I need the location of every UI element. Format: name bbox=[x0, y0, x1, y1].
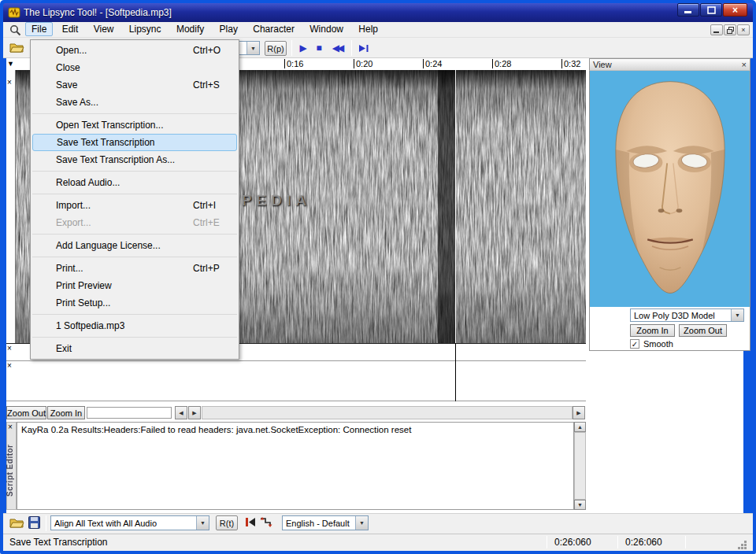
word-track-close-icon[interactable]: × bbox=[7, 362, 16, 370]
model-select[interactable]: Low Poly D3D Model ▼ bbox=[630, 308, 744, 322]
track-gutter bbox=[6, 70, 16, 343]
scroll-right-end-button[interactable]: ▶ bbox=[573, 406, 585, 419]
play-selection-icon bbox=[358, 43, 370, 54]
mdi-minimize-button[interactable] bbox=[710, 24, 723, 35]
resize-grip[interactable] bbox=[737, 540, 747, 550]
mdi-restore-button[interactable] bbox=[724, 24, 736, 35]
close-button[interactable]: × bbox=[723, 3, 747, 17]
ruler-tick: 0:24 bbox=[423, 59, 442, 68]
step-align-button[interactable] bbox=[260, 516, 273, 530]
menu-item-reload-audio[interactable]: Reload Audio... bbox=[31, 174, 239, 191]
phoneme-track-close-icon[interactable]: × bbox=[7, 345, 16, 353]
menu-item-open[interactable]: Open...Ctrl+O bbox=[31, 42, 239, 59]
menu-separator bbox=[32, 314, 237, 315]
horizontal-scrollbar-track[interactable] bbox=[202, 406, 573, 419]
face-viewport[interactable] bbox=[590, 71, 750, 307]
spectrogram-track-close-icon[interactable]: × bbox=[7, 79, 16, 87]
step-align-icon bbox=[260, 516, 273, 528]
minimize-icon bbox=[684, 6, 692, 13]
view-zoom-out-button[interactable]: Zoom Out bbox=[679, 324, 727, 337]
save-transcription-icon[interactable] bbox=[28, 516, 40, 529]
align-select[interactable]: Align All Text with All Audio ▼ bbox=[50, 515, 209, 530]
play-button[interactable]: ▶ bbox=[296, 40, 310, 56]
rp-button[interactable]: R(p) bbox=[265, 41, 287, 56]
scroll-right-icon: ▶ bbox=[192, 410, 196, 416]
scroll-right-button[interactable]: ▶ bbox=[188, 406, 201, 419]
zoom-scroll-thumb[interactable] bbox=[87, 407, 172, 419]
script-scroll-down-button[interactable]: ▼ bbox=[574, 500, 586, 510]
stop-icon: ■ bbox=[316, 42, 321, 54]
menu-item-exit[interactable]: Exit bbox=[31, 340, 239, 357]
language-select[interactable]: English - Default ▼ bbox=[282, 515, 369, 530]
rt-button[interactable]: R(t) bbox=[216, 515, 238, 530]
open-file-icon[interactable] bbox=[9, 42, 24, 54]
seek-start-button[interactable] bbox=[244, 516, 257, 530]
menu-item-save-as[interactable]: Save As... bbox=[31, 94, 239, 111]
menu-lipsync[interactable]: Lipsync bbox=[123, 22, 168, 36]
play-icon: ▶ bbox=[299, 42, 306, 54]
menu-character[interactable]: Character bbox=[246, 22, 301, 36]
status-separator bbox=[685, 536, 686, 548]
ruler-tick: 0:16 bbox=[284, 59, 303, 68]
menu-item-import[interactable]: Import...Ctrl+I bbox=[31, 197, 239, 214]
menu-item-open-text-transcription[interactable]: Open Text Transcription... bbox=[31, 116, 239, 134]
view-zoom-in-button[interactable]: Zoom In bbox=[630, 324, 675, 337]
menu-modify[interactable]: Modify bbox=[170, 22, 210, 36]
playback-cursor[interactable] bbox=[455, 70, 456, 343]
script-scrollbar-track[interactable] bbox=[574, 432, 586, 500]
word-track[interactable] bbox=[6, 360, 586, 401]
menu-play[interactable]: Play bbox=[213, 22, 244, 36]
menu-item-recent-file-1[interactable]: 1 Softpedia.mp3 bbox=[31, 317, 239, 334]
menu-item-save-text-transcription-as[interactable]: Save Text Transcription As... bbox=[31, 151, 239, 168]
toolbar-separator bbox=[291, 40, 292, 56]
playback-cursor-lower[interactable] bbox=[455, 343, 456, 401]
model-select-value: Low Poly D3D Model bbox=[631, 311, 731, 320]
minimize-button[interactable] bbox=[677, 3, 699, 17]
track-marker-icon[interactable]: ▼ bbox=[7, 60, 14, 68]
view-panel-close-icon[interactable]: × bbox=[742, 60, 747, 69]
close-icon: × bbox=[732, 5, 738, 16]
menu-item-print[interactable]: Print...Ctrl+P bbox=[31, 260, 239, 277]
script-editor-text[interactable]: KayRa 0.2a Results:Headers:Failed to rea… bbox=[17, 422, 574, 510]
script-editor-close-icon[interactable]: × bbox=[8, 423, 13, 431]
menu-item-add-language-license[interactable]: Add Language License... bbox=[31, 237, 239, 254]
script-scroll-up-button[interactable]: ▲ bbox=[574, 422, 586, 432]
menu-separator bbox=[32, 113, 237, 114]
zoom-out-button[interactable]: Zoom Out bbox=[6, 406, 46, 419]
mdi-restore-icon bbox=[727, 27, 734, 34]
stop-button[interactable]: ■ bbox=[313, 40, 325, 56]
maximize-button[interactable] bbox=[700, 3, 722, 17]
align-select-arrow-icon[interactable]: ▼ bbox=[196, 516, 209, 530]
language-select-arrow-icon[interactable]: ▼ bbox=[355, 516, 368, 530]
mdi-close-icon: × bbox=[741, 26, 745, 34]
scroll-down-icon: ▼ bbox=[577, 502, 583, 508]
menu-item-close[interactable]: Close bbox=[31, 59, 239, 76]
smooth-checkbox[interactable]: ✓ bbox=[630, 339, 639, 349]
menu-file[interactable]: File bbox=[25, 22, 53, 36]
play-selection-button[interactable] bbox=[356, 40, 372, 56]
view-panel-header[interactable]: View × bbox=[589, 58, 750, 71]
smooth-label: Smooth bbox=[643, 339, 673, 349]
zoom-in-button[interactable]: Zoom In bbox=[47, 406, 85, 419]
menu-window[interactable]: Window bbox=[303, 22, 350, 36]
menu-item-export: Export...Ctrl+E bbox=[31, 214, 239, 231]
toolbar-combo-arrow-icon[interactable]: ▼ bbox=[246, 42, 259, 54]
mdi-close-button[interactable]: × bbox=[737, 24, 750, 35]
menu-help[interactable]: Help bbox=[352, 22, 384, 36]
script-editor-label: Script Editor bbox=[6, 434, 17, 507]
scroll-up-icon: ▲ bbox=[577, 424, 583, 430]
menu-item-print-preview[interactable]: Print Preview bbox=[31, 277, 239, 294]
menu-item-save-text-transcription[interactable]: Save Text Transcription bbox=[32, 134, 237, 151]
menu-separator bbox=[32, 257, 237, 257]
model-select-arrow-icon[interactable]: ▼ bbox=[731, 309, 743, 321]
seek-start-icon bbox=[244, 516, 257, 528]
child-window-icon[interactable] bbox=[9, 24, 21, 36]
menu-edit[interactable]: Edit bbox=[56, 22, 85, 36]
toolbar-separator bbox=[46, 515, 46, 531]
menu-item-save[interactable]: SaveCtrl+S bbox=[31, 76, 239, 94]
scroll-left-button[interactable]: ◀ bbox=[175, 406, 187, 419]
rewind-button[interactable]: ◀◀ bbox=[327, 40, 347, 56]
menu-view[interactable]: View bbox=[87, 22, 120, 36]
open-transcription-icon[interactable] bbox=[9, 517, 24, 529]
menu-item-print-setup[interactable]: Print Setup... bbox=[31, 294, 239, 312]
